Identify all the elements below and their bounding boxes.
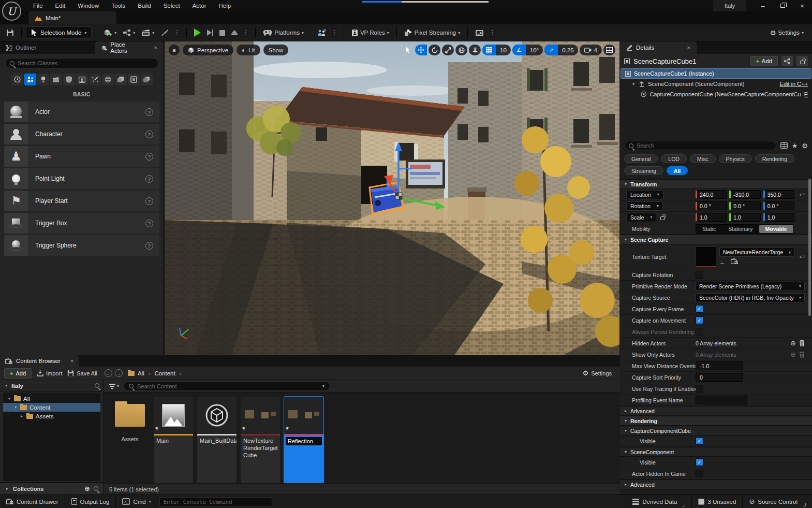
capture-every-frame-checkbox[interactable]: ✓ — [696, 305, 703, 313]
rotation-dropdown[interactable]: Rotation▾ — [626, 201, 663, 211]
asset-rename-input[interactable] — [286, 437, 322, 445]
unreal-logo[interactable]: U — [2, 2, 21, 21]
rotate-tool-button[interactable] — [429, 45, 440, 55]
stop-button[interactable] — [216, 28, 228, 38]
close-icon[interactable]: × — [154, 45, 157, 51]
show-dropdown[interactable]: Show — [263, 45, 289, 55]
grid-snap-value[interactable]: 10 — [496, 47, 511, 53]
menu-actor[interactable]: Actor — [186, 1, 213, 10]
derived-data-button[interactable]: Derived Data — [626, 495, 692, 508]
help-icon[interactable]: ? — [145, 130, 153, 138]
mobility-movable[interactable]: Movable — [759, 225, 793, 233]
filter-physics[interactable]: Physics — [719, 154, 752, 163]
cinematics-dropdown[interactable]: ▾ — [138, 27, 157, 38]
tab-details[interactable]: Details × — [620, 41, 697, 54]
filters-dropdown[interactable]: ▾ — [109, 384, 119, 389]
asset-tile-reflection[interactable]: * — [284, 397, 323, 483]
source-control-button[interactable]: ⊘ Source Control — [743, 495, 812, 508]
rendering-advanced-toggle[interactable]: ▸ Advanced — [620, 480, 812, 489]
scene-component-group[interactable]: ▾ SceneComponent — [620, 447, 812, 457]
capture-on-movement-checkbox[interactable]: ✓ — [696, 316, 703, 324]
list-item-actor[interactable]: Actor ? — [4, 101, 159, 122]
frame-skip-button[interactable] — [204, 27, 216, 38]
expand-arrow-icon[interactable]: ▾ — [7, 396, 11, 401]
perspective-dropdown[interactable]: Perspective — [183, 45, 233, 55]
close-icon[interactable]: × — [687, 45, 690, 51]
scale-lock-icon[interactable] — [660, 216, 665, 220]
help-icon[interactable]: ? — [145, 242, 153, 250]
reset-texture-target-icon[interactable]: ↩ — [800, 253, 805, 260]
primitive-render-mode-dropdown[interactable]: Render Scene Primitives (Legacy) ▾ — [696, 282, 805, 291]
help-icon[interactable]: ? — [145, 197, 153, 205]
collections-bar[interactable]: ▸ Collections ⊕ — [0, 482, 104, 495]
level-tab-main[interactable]: Main* — [28, 11, 116, 24]
shapes-category-icon[interactable] — [115, 74, 127, 85]
rotation-y-field[interactable]: 0.0 ° — [729, 201, 760, 210]
location-y-field[interactable]: -310.0 — [729, 190, 760, 199]
vp-roles-dropdown[interactable]: VP Roles ▾ — [348, 27, 392, 39]
menu-edit[interactable]: Edit — [49, 1, 72, 10]
menu-file[interactable]: File — [27, 1, 49, 10]
search-collections-icon[interactable] — [94, 486, 98, 491]
eject-button[interactable] — [228, 28, 241, 37]
selection-mode-dropdown[interactable]: Selection Mode ▾ — [26, 26, 92, 39]
breadcrumb-content[interactable]: Content — [154, 370, 175, 376]
add-array-element-icon[interactable]: ⊕ — [790, 339, 796, 347]
cinematic-category-icon[interactable] — [50, 74, 62, 85]
cmd-dropdown[interactable]: >_ Cmd ▾ — [116, 495, 157, 508]
capture-sort-priority-field[interactable]: 0 — [696, 373, 743, 382]
search-classes-input[interactable] — [18, 60, 154, 66]
tree-item-all[interactable]: ▾ All — [3, 394, 100, 403]
actor-hidden-checkbox[interactable] — [696, 470, 703, 477]
world-local-toggle[interactable] — [455, 45, 467, 55]
blueprints-dropdown[interactable]: ▾ — [120, 27, 138, 38]
save-button[interactable] — [3, 27, 17, 39]
search-classes-box[interactable] — [5, 58, 158, 68]
asset-tile-main[interactable]: * Main — [154, 397, 193, 483]
list-item-trigger-sphere[interactable]: Trigger Sphere ? — [4, 235, 159, 256]
content-browser-settings[interactable]: ⚙ Settings — [583, 369, 616, 377]
scale-y-field[interactable]: 1.0 — [729, 213, 760, 222]
menu-select[interactable]: Select — [157, 1, 186, 10]
edit-link-truncated[interactable]: E — [804, 91, 808, 97]
list-item-pawn[interactable]: ♟ Pawn ? — [4, 146, 159, 167]
texture-target-thumbnail[interactable] — [696, 246, 716, 267]
help-icon[interactable]: ? — [145, 220, 153, 227]
expand-arrow-icon[interactable]: ▾ — [631, 82, 636, 86]
play-options-menu[interactable]: ⋮ — [241, 29, 251, 36]
add-collection-icon[interactable]: ⊕ — [84, 485, 90, 492]
capture-component-cube-group[interactable]: ▾ CaptureComponentCube — [620, 426, 812, 436]
tab-place-actors[interactable]: Place Actors × — [95, 41, 164, 54]
lock-details-button[interactable] — [796, 56, 808, 66]
capture-rotation-checkbox[interactable] — [696, 271, 703, 279]
misc-category-icon[interactable] — [128, 74, 140, 85]
help-icon[interactable]: ? — [145, 153, 153, 161]
list-item-trigger-box[interactable]: Trigger Box ? — [4, 213, 159, 234]
location-x-field[interactable]: 240.0 — [696, 190, 727, 199]
filter-misc[interactable]: Misc — [690, 154, 716, 163]
search-content-input[interactable] — [137, 383, 319, 389]
filter-all[interactable]: All — [667, 166, 688, 175]
filter-general[interactable]: General — [624, 154, 658, 163]
content-drawer-button[interactable]: Content Drawer — [0, 495, 65, 508]
search-content-box[interactable]: ▾ — [123, 381, 330, 391]
scale-snap-value[interactable]: 0.25 — [558, 47, 578, 53]
grid-snap-control[interactable]: 10 — [482, 45, 511, 55]
media-category-icon[interactable] — [102, 74, 114, 85]
list-item-point-light[interactable]: Point Light ? — [4, 168, 159, 189]
section-scene-capture[interactable]: ▾ Scene Capture — [620, 235, 812, 244]
unsaved-assets-button[interactable]: 3 Unsaved — [692, 495, 743, 508]
add-actor-dropdown[interactable]: ▾ — [100, 26, 120, 39]
visual-effects-category-icon[interactable] — [76, 74, 88, 85]
help-icon[interactable]: ? — [145, 108, 153, 116]
toolbar-overflow-menu[interactable]: ⋮ — [172, 29, 182, 36]
capture-source-dropdown[interactable]: SceneColor (HDR) in RGB, Inv Opacity ▾ — [696, 293, 805, 302]
details-settings-icon[interactable]: ⚙ — [802, 142, 808, 150]
section-transform[interactable]: ▾ Transform — [620, 179, 812, 189]
expand-arrow-icon[interactable]: ▾ — [13, 405, 18, 410]
filter-lod[interactable]: LOD — [661, 154, 687, 163]
add-array-element-icon[interactable]: ⊕ — [790, 351, 796, 358]
asset-tile-assets-folder[interactable]: Assets — [110, 397, 150, 483]
restore-button[interactable] — [773, 0, 792, 11]
always-persist-checkbox[interactable] — [696, 328, 703, 336]
